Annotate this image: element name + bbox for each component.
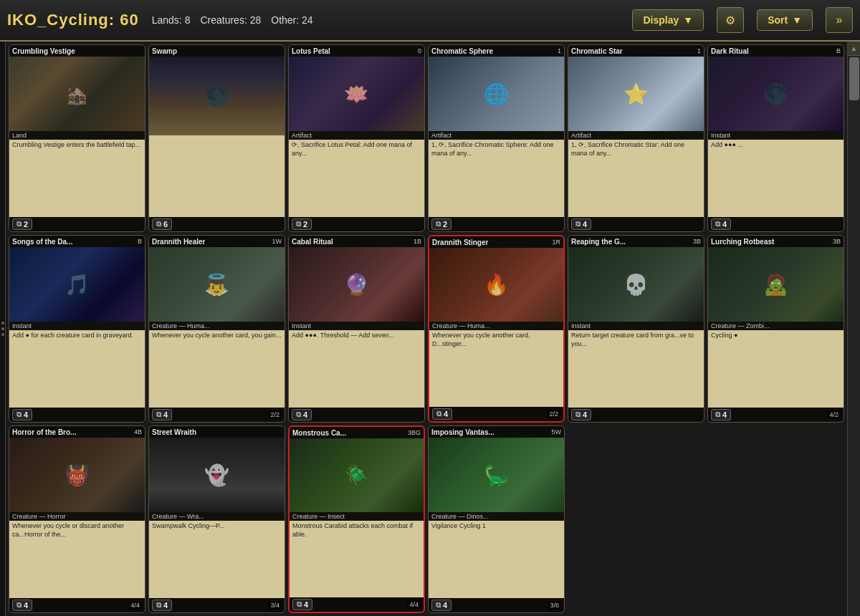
card-cabal-ritual[interactable]: Cabal Ritual1B🔮InstantAdd ●●●. Threshold… [288, 235, 425, 423]
card-count-num-imposing-vantas: 4 [443, 601, 447, 610]
card-cost-songs-of-the-da: B [138, 238, 142, 245]
copy-icon-lotus-petal: ⧉ [296, 220, 301, 228]
card-lurching-rotbeast[interactable]: Lurching Rotbeast3B🧟Creature — Zombi...C… [707, 235, 844, 423]
card-text-crumbling-vestige: Crumbling Vestige enters the battlefield… [9, 140, 145, 217]
card-type-crumbling-vestige: Land [9, 131, 145, 140]
card-art-horror-of-the-bro: 👹 [9, 438, 145, 512]
card-footer-songs-of-the-da: ⧉4 [9, 408, 145, 422]
card-count-drannith-stinger: ⧉4 [432, 408, 452, 420]
card-cost-reaping-the-g: 3B [693, 238, 701, 245]
scroll-track[interactable] [848, 56, 860, 616]
card-image-swamp: 🌑 [149, 57, 285, 135]
card-count-num-reaping-the-g: 4 [583, 410, 587, 419]
card-drannith-stinger[interactable]: Drannith Stinger1R🔥Creature — Huma...Whe… [428, 235, 565, 423]
card-header-monstrous-ca: Monstrous Ca...3BG [290, 427, 424, 438]
card-swamp[interactable]: Swamp🌑⧉6 [148, 44, 285, 232]
scrollbar[interactable]: ▲ [847, 42, 860, 616]
card-count-monstrous-ca: ⧉4 [292, 599, 312, 610]
scroll-up-button[interactable]: ▲ [848, 42, 860, 56]
card-count-num-lotus-petal: 2 [303, 220, 307, 228]
card-horror-of-the-bro[interactable]: Horror of the Bro...4B👹Creature — Horror… [9, 425, 145, 613]
card-count-num-drannith-stinger: 4 [444, 410, 448, 418]
card-header-drannith-stinger: Drannith Stinger1R [429, 236, 563, 248]
card-art-street-wraith: 👻 [149, 438, 285, 512]
card-image-crumbling-vestige: 🏚️ [9, 57, 145, 131]
card-monstrous-ca[interactable]: Monstrous Ca...3BG🪲Creature — InsectMons… [288, 425, 425, 613]
scroll-thumb[interactable] [849, 57, 859, 100]
card-art-crumbling-vestige: 🏚️ [9, 57, 145, 131]
card-name-lotus-petal: Lotus Petal [292, 47, 330, 55]
settings-button[interactable]: ⚙ [717, 7, 744, 33]
gear-icon: ⚙ [725, 14, 735, 27]
display-button[interactable]: Display ▼ [632, 9, 704, 31]
card-count-num-horror-of-the-bro: 4 [24, 601, 28, 610]
card-crumbling-vestige[interactable]: Crumbling Vestige🏚️LandCrumbling Vestige… [9, 44, 145, 232]
card-name-drannith-healer: Drannith Healer [152, 238, 205, 246]
sort-label: Sort [768, 14, 788, 26]
copy-icon-songs-of-the-da: ⧉ [16, 410, 22, 419]
card-art-drannith-stinger: 🔥 [429, 248, 563, 322]
card-text-songs-of-the-da: Add ● for each creature card in graveyar… [9, 330, 145, 408]
copy-icon-monstrous-ca: ⧉ [297, 600, 302, 609]
card-drannith-healer[interactable]: Drannith Healer1W👼Creature — Huma...When… [148, 235, 285, 423]
card-footer-street-wraith: ⧉43/4 [149, 598, 285, 612]
card-count-street-wraith: ⧉4 [152, 600, 172, 611]
card-chromatic-sphere[interactable]: Chromatic Sphere1🌐Artifact1, ⟳, Sacrific… [428, 44, 565, 232]
card-name-street-wraith: Street Wraith [152, 428, 196, 436]
display-label: Display [643, 14, 679, 26]
sort-button[interactable]: Sort ▼ [757, 9, 813, 31]
card-count-horror-of-the-bro: ⧉4 [12, 600, 32, 611]
card-text-monstrous-ca: Monstrous Carabid attacks each combat if… [290, 521, 424, 597]
card-art-chromatic-star: ⭐ [568, 57, 704, 131]
main-area: Crumbling Vestige🏚️LandCrumbling Vestige… [0, 42, 860, 616]
card-text-cabal-ritual: Add ●●●. Threshold — Add seven... [289, 330, 424, 408]
card-cost-dark-ritual: B [836, 47, 841, 54]
card-imposing-vantas[interactable]: Imposing Vantas...5W🦕Creature — Dinos...… [428, 425, 565, 613]
card-count-swamp: ⧉6 [152, 218, 172, 230]
card-count-num-lurching-rotbeast: 4 [722, 410, 727, 419]
card-count-dark-ritual: ⧉4 [711, 218, 731, 230]
card-image-chromatic-star: ⭐ [568, 57, 704, 131]
card-count-num-cabal-ritual: 4 [303, 410, 307, 419]
card-header-dark-ritual: Dark RitualB [708, 45, 844, 57]
card-name-imposing-vantas: Imposing Vantas... [431, 428, 494, 436]
card-count-num-crumbling-vestige: 2 [24, 220, 28, 228]
card-lotus-petal[interactable]: Lotus Petal0🪷Artifact⟳, Sacrifice Lotus … [288, 44, 425, 232]
card-header-chromatic-star: Chromatic Star1 [568, 45, 704, 57]
card-street-wraith[interactable]: Street Wraith👻Creature — Wra...Swampwalk… [148, 425, 285, 613]
card-count-num-songs-of-the-da: 4 [24, 410, 28, 419]
card-text-lurching-rotbeast: Cycling ● [708, 330, 844, 408]
card-name-crumbling-vestige: Crumbling Vestige [12, 47, 75, 55]
card-type-street-wraith: Creature — Wra... [149, 512, 285, 521]
card-dark-ritual[interactable]: Dark RitualB🌑InstantAdd ●●● ...⧉4 [707, 44, 844, 232]
card-chromatic-star[interactable]: Chromatic Star1⭐Artifact1, ⟳, Sacrifice … [568, 44, 704, 232]
left-panel [0, 42, 6, 616]
card-songs-of-the-da[interactable]: Songs of the Da...B🎵InstantAdd ● for eac… [9, 235, 145, 423]
copy-icon-reaping-the-g: ⧉ [575, 410, 580, 419]
card-count-num-chromatic-star: 4 [583, 220, 587, 228]
card-text-drannith-stinger: Whenever you cycle another card, D...sti… [429, 330, 563, 407]
card-footer-chromatic-star: ⧉4 [568, 217, 704, 231]
card-image-lurching-rotbeast: 🧟 [708, 247, 844, 322]
card-header-imposing-vantas: Imposing Vantas...5W [429, 426, 564, 438]
card-type-songs-of-the-da: Instant [9, 322, 145, 330]
card-art-chromatic-sphere: 🌐 [429, 57, 564, 131]
card-cost-drannith-healer: 1W [272, 238, 282, 245]
card-header-reaping-the-g: Reaping the G...3B [568, 236, 704, 247]
card-type-imposing-vantas: Creature — Dinos... [429, 512, 564, 521]
card-count-num-street-wraith: 4 [163, 601, 168, 610]
card-art-songs-of-the-da: 🎵 [9, 247, 145, 322]
card-cost-lurching-rotbeast: 3B [833, 238, 841, 245]
card-count-crumbling-vestige: ⧉2 [12, 218, 32, 230]
card-count-imposing-vantas: ⧉4 [431, 600, 452, 611]
top-bar: IKO_Cycling: 60 Lands: 8 Creatures: 28 O… [0, 0, 860, 42]
next-button[interactable]: » [826, 7, 853, 33]
card-cost-cabal-ritual: 1B [414, 238, 421, 245]
card-count-lotus-petal: ⧉2 [292, 218, 312, 230]
copy-icon-drannith-stinger: ⧉ [436, 410, 441, 418]
chevron-down-icon: ▼ [683, 14, 693, 26]
card-reaping-the-g[interactable]: Reaping the G...3B💀InstantReturn target … [568, 235, 704, 423]
card-text-street-wraith: Swampwalk Cycling—P... [149, 521, 285, 598]
card-footer-drannith-healer: ⧉42/2 [149, 408, 285, 422]
card-image-reaping-the-g: 💀 [568, 247, 704, 322]
